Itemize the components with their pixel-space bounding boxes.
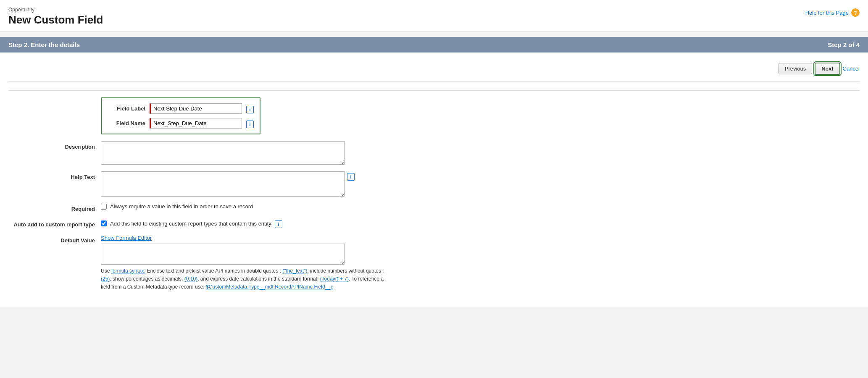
field-group-field: Field Label i Field Name i <box>101 97 860 134</box>
field-name-label: Field Name <box>108 120 145 126</box>
default-value-row: Default Value Show Formula Editor Use fo… <box>8 235 860 291</box>
required-checkbox-text: Always require a value in this field in … <box>110 203 253 210</box>
help-link[interactable]: Help for this Page ? <box>805 8 860 17</box>
required-row: Required Always require a value in this … <box>8 203 860 212</box>
field-group-box: Field Label i Field Name i <box>101 97 260 134</box>
field-name-input[interactable] <box>150 118 242 129</box>
content-area: Previous Next Cancel Field Label i Field… <box>0 52 868 307</box>
description-label: Description <box>8 141 101 150</box>
formula-hint-text-example: ("the_text") <box>282 268 307 274</box>
auto-add-checkbox-text: Add this field to existing custom report… <box>110 220 271 227</box>
formula-hint-date-example: (Today() + 7) <box>320 276 349 282</box>
next-button[interactable]: Next <box>815 63 840 75</box>
auto-add-row: Auto add to custom report type Add this … <box>8 219 860 228</box>
help-link-text: Help for this Page <box>805 10 849 16</box>
page-title: New Custom Field <box>8 13 103 26</box>
formula-hint-decimal-example: (0.10) <box>184 276 197 282</box>
field-label-label: Field Label <box>108 105 145 112</box>
field-name-row: Field Name i <box>108 118 254 129</box>
step-indicator: Step 2 of 4 <box>828 41 860 48</box>
required-field: Always require a value in this field in … <box>101 203 860 210</box>
required-checkbox[interactable] <box>101 204 107 210</box>
page-header: Opportunity New Custom Field Help for th… <box>0 0 868 32</box>
page-subtitle: Opportunity <box>8 7 103 13</box>
field-group-row: Field Label i Field Name i <box>8 97 860 134</box>
default-value-field: Show Formula Editor Use formula syntax: … <box>101 235 860 291</box>
field-label-row: Field Label i <box>108 103 254 114</box>
page-title-block: Opportunity New Custom Field <box>8 7 103 26</box>
help-icon: ? <box>851 8 860 17</box>
field-label-input[interactable] <box>150 103 242 114</box>
help-text-label: Help Text <box>8 171 101 180</box>
auto-add-checkbox-row: Add this field to existing custom report… <box>101 219 282 228</box>
default-value-section: Show Formula Editor Use formula syntax: … <box>101 235 387 291</box>
step-title: Step 2. Enter the details <box>8 41 80 48</box>
required-label: Required <box>8 203 101 212</box>
description-row: Description <box>8 141 860 165</box>
formula-hint: Use formula syntax: Enclose text and pic… <box>101 267 387 291</box>
toolbar: Previous Next Cancel <box>8 59 860 82</box>
field-name-info-icon[interactable]: i <box>246 121 254 128</box>
show-formula-editor-link[interactable]: Show Formula Editor <box>101 235 387 241</box>
required-checkbox-row: Always require a value in this field in … <box>101 203 253 210</box>
default-value-label: Default Value <box>8 235 101 244</box>
previous-button[interactable]: Previous <box>779 63 813 74</box>
auto-add-field: Add this field to existing custom report… <box>101 219 860 228</box>
help-text-row: Help Text i <box>8 171 860 197</box>
field-group-spacer <box>8 97 101 100</box>
step-header: Step 2. Enter the details Step 2 of 4 <box>0 37 868 52</box>
divider <box>8 90 860 91</box>
field-label-info-icon[interactable]: i <box>246 106 254 113</box>
formula-hint-metadata-example: $CustomMetadata.Type__mdt.RecordAPIName.… <box>206 284 333 290</box>
auto-add-info-icon[interactable]: i <box>275 220 282 228</box>
formula-hint-number-example: (25) <box>101 276 110 282</box>
description-textarea[interactable] <box>101 141 345 165</box>
help-text-textarea[interactable] <box>101 171 345 197</box>
default-value-textarea[interactable] <box>101 244 345 265</box>
auto-add-label: Auto add to custom report type <box>8 219 101 228</box>
help-text-field: i <box>101 171 860 197</box>
formula-syntax-link[interactable]: formula syntax: <box>111 268 145 274</box>
auto-add-checkbox[interactable] <box>101 220 107 226</box>
description-field <box>101 141 860 165</box>
cancel-button[interactable]: Cancel <box>843 66 860 72</box>
help-text-info-icon[interactable]: i <box>347 173 355 181</box>
